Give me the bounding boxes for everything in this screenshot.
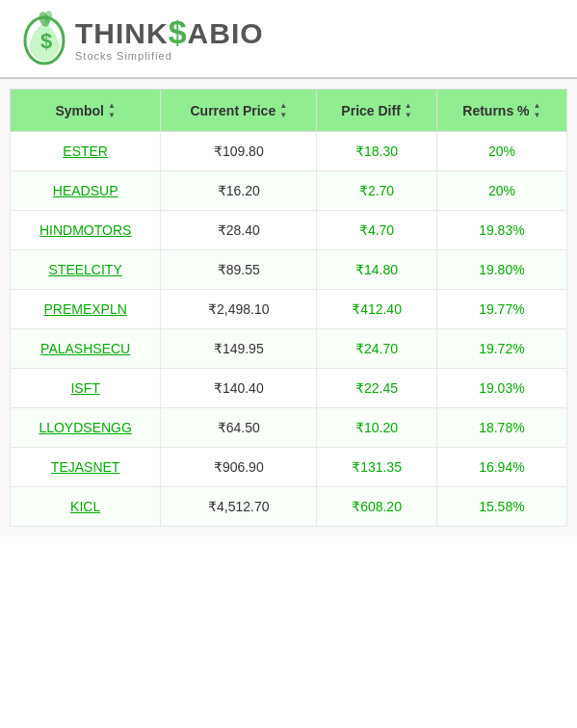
- symbol-link-8[interactable]: TEJASNET: [51, 459, 120, 475]
- cell-diff-0: ₹18.30: [317, 132, 436, 171]
- cell-symbol-9: KICL: [11, 487, 161, 527]
- table-row: ISFT ₹140.40 ₹22.45 19.03%: [11, 369, 567, 408]
- logo-subtitle: Stocks Simplified: [75, 50, 264, 62]
- sort-arrows-diff[interactable]: ▲ ▼: [405, 101, 412, 119]
- cell-diff-5: ₹24.70: [317, 329, 436, 369]
- symbol-link-2[interactable]: HINDMOTORS: [39, 222, 131, 238]
- cell-symbol-7: LLOYDSENGG: [11, 408, 161, 448]
- cell-price-4: ₹2,498.10: [161, 290, 317, 329]
- symbol-link-9[interactable]: KICL: [70, 499, 100, 514]
- col-current-price[interactable]: Current Price ▲ ▼: [161, 90, 317, 132]
- cell-diff-2: ₹4.70: [317, 211, 436, 250]
- stocks-table: Symbol ▲ ▼ Current Price ▲ ▼: [10, 89, 567, 527]
- header-row: Symbol ▲ ▼ Current Price ▲ ▼: [11, 90, 567, 132]
- cell-price-7: ₹64.50: [161, 408, 317, 448]
- logo-think: THINK: [75, 17, 169, 49]
- svg-text:$: $: [40, 29, 52, 53]
- table-row: LLOYDSENGG ₹64.50 ₹10.20 18.78%: [11, 408, 567, 448]
- logo-title: THINK$ABIO: [75, 15, 264, 48]
- cell-price-3: ₹89.55: [161, 250, 317, 290]
- cell-returns-7: 18.78%: [436, 408, 566, 448]
- col-symbol[interactable]: Symbol ▲ ▼: [11, 90, 161, 132]
- cell-diff-9: ₹608.20: [317, 487, 436, 527]
- cell-symbol-8: TEJASNET: [11, 448, 161, 487]
- app-header: $ THINK$ABIO Stocks Simplified: [0, 0, 577, 79]
- cell-symbol-0: ESTER: [11, 132, 161, 171]
- cell-returns-8: 16.94%: [436, 448, 566, 487]
- cell-price-2: ₹28.40: [161, 211, 317, 250]
- logo-container: $ THINK$ABIO Stocks Simplified: [19, 10, 264, 67]
- cell-returns-5: 19.72%: [436, 329, 566, 369]
- cell-returns-9: 15.58%: [436, 487, 566, 527]
- stocks-table-container: Symbol ▲ ▼ Current Price ▲ ▼: [0, 79, 577, 536]
- cell-price-8: ₹906.90: [161, 448, 317, 487]
- cell-diff-8: ₹131.35: [317, 448, 436, 487]
- logo-icon: $: [19, 10, 69, 67]
- cell-price-9: ₹4,512.70: [161, 487, 317, 527]
- cell-diff-1: ₹2.70: [317, 171, 436, 211]
- cell-diff-3: ₹14.80: [317, 250, 436, 290]
- col-price-diff[interactable]: Price Diff ▲ ▼: [317, 90, 436, 132]
- cell-returns-6: 19.03%: [436, 369, 566, 408]
- cell-diff-7: ₹10.20: [317, 408, 436, 448]
- cell-symbol-1: HEADSUP: [11, 171, 161, 211]
- cell-returns-4: 19.77%: [436, 290, 566, 329]
- cell-symbol-3: STEELCITY: [11, 250, 161, 290]
- cell-price-1: ₹16.20: [161, 171, 317, 211]
- col-returns[interactable]: Returns % ▲ ▼: [436, 90, 566, 132]
- logo-text: THINK$ABIO Stocks Simplified: [75, 15, 264, 62]
- table-row: KICL ₹4,512.70 ₹608.20 15.58%: [11, 487, 567, 527]
- cell-symbol-5: PALASHSECU: [11, 329, 161, 369]
- cell-returns-0: 20%: [436, 132, 566, 171]
- symbol-link-4[interactable]: PREMEXPLN: [43, 301, 126, 317]
- cell-symbol-6: ISFT: [11, 369, 161, 408]
- symbol-link-1[interactable]: HEADSUP: [53, 183, 118, 198]
- symbol-link-6[interactable]: ISFT: [70, 380, 99, 396]
- cell-price-6: ₹140.40: [161, 369, 317, 408]
- cell-diff-4: ₹412.40: [317, 290, 436, 329]
- cell-diff-6: ₹22.45: [317, 369, 436, 408]
- cell-returns-1: 20%: [436, 171, 566, 211]
- table-row: STEELCITY ₹89.55 ₹14.80 19.80%: [11, 250, 567, 290]
- sort-arrows-returns[interactable]: ▲ ▼: [534, 101, 541, 119]
- cell-price-0: ₹109.80: [161, 132, 317, 171]
- table-row: HINDMOTORS ₹28.40 ₹4.70 19.83%: [11, 211, 567, 250]
- table-row: HEADSUP ₹16.20 ₹2.70 20%: [11, 171, 567, 211]
- symbol-link-5[interactable]: PALASHSECU: [40, 341, 130, 356]
- cell-symbol-4: PREMEXPLN: [11, 290, 161, 329]
- table-row: TEJASNET ₹906.90 ₹131.35 16.94%: [11, 448, 567, 487]
- symbol-link-7[interactable]: LLOYDSENGG: [39, 420, 131, 435]
- table-body: ESTER ₹109.80 ₹18.30 20% HEADSUP ₹16.20 …: [11, 132, 567, 527]
- cell-returns-2: 19.83%: [436, 211, 566, 250]
- symbol-link-3[interactable]: STEELCITY: [49, 262, 122, 277]
- cell-price-5: ₹149.95: [161, 329, 317, 369]
- table-row: PREMEXPLN ₹2,498.10 ₹412.40 19.77%: [11, 290, 567, 329]
- logo-abio: ABIO: [188, 17, 264, 49]
- cell-returns-3: 19.80%: [436, 250, 566, 290]
- sort-arrows-price[interactable]: ▲ ▼: [279, 101, 287, 119]
- table-row: PALASHSECU ₹149.95 ₹24.70 19.72%: [11, 329, 567, 369]
- cell-symbol-2: HINDMOTORS: [11, 211, 161, 250]
- logo-dollar: $: [169, 13, 188, 50]
- table-header: Symbol ▲ ▼ Current Price ▲ ▼: [11, 90, 567, 132]
- symbol-link-0[interactable]: ESTER: [63, 143, 108, 159]
- table-row: ESTER ₹109.80 ₹18.30 20%: [11, 132, 567, 171]
- sort-arrows-symbol[interactable]: ▲ ▼: [108, 101, 116, 119]
